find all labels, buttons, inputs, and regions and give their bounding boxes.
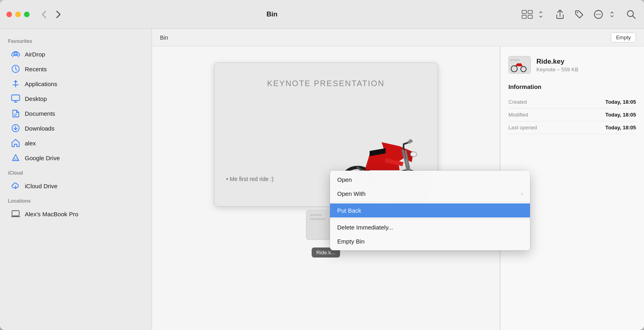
sidebar-item-applications[interactable]: Applications	[3, 76, 148, 91]
info-row-modified: Modified Today, 18:05	[508, 109, 636, 121]
documents-label: Documents	[25, 110, 55, 117]
menu-putback-label: Put Back	[337, 207, 361, 214]
sidebar-item-downloads[interactable]: Downloads	[3, 121, 148, 135]
svg-point-27	[410, 152, 417, 157]
file-info-text: Ride.key Keynote – 559 KB	[536, 58, 578, 72]
minimize-button[interactable]	[15, 12, 21, 17]
breadcrumb-bar: Bin Empty	[152, 29, 644, 46]
menu-item-open[interactable]: Open	[330, 173, 530, 187]
file-icon-thumbnail: KEYNOTE	[508, 56, 531, 74]
svg-point-8	[600, 14, 600, 14]
menu-open-label: Open	[337, 176, 352, 183]
icloud-icon	[11, 181, 20, 190]
googledrive-label: Google Drive	[25, 155, 60, 161]
close-button[interactable]	[6, 12, 12, 17]
view-switcher[interactable]	[521, 8, 547, 21]
svg-rect-3	[528, 15, 532, 18]
empty-button[interactable]: Empty	[611, 32, 636, 42]
main-panel: Bin Empty KEYNOTE PRESENTATION • Me firs…	[152, 29, 644, 330]
downloads-icon	[11, 124, 20, 133]
airdrop-icon	[11, 50, 20, 58]
macbook-icon	[11, 209, 20, 218]
file-name: Ride.key	[536, 58, 578, 66]
sidebar-item-desktop[interactable]: Desktop	[3, 91, 148, 106]
search-icon[interactable]	[625, 8, 638, 21]
open-with-arrow: ›	[521, 191, 523, 197]
documents-icon	[11, 109, 20, 118]
toolbar-actions	[521, 8, 638, 21]
keynote-header: KEYNOTE PRESENTATION	[214, 63, 438, 96]
svg-text:PRESENTATION: PRESENTATION	[310, 218, 325, 220]
svg-text:KEYNOTE: KEYNOTE	[510, 59, 520, 61]
icloud-label: iCloud Drive	[25, 183, 58, 189]
menu-item-putback[interactable]: Put Back	[330, 203, 530, 217]
svg-point-9	[628, 10, 634, 16]
created-value: Today, 18:05	[605, 99, 636, 105]
svg-point-4	[577, 12, 578, 13]
svg-point-7	[598, 14, 599, 14]
view-grid-icon[interactable]	[521, 8, 534, 21]
view-chevron-icon[interactable]	[534, 8, 547, 21]
svg-rect-14	[12, 95, 20, 101]
window-title: Bin	[23, 10, 521, 18]
menu-item-emptybin[interactable]: Empty Bin	[330, 234, 530, 248]
applications-label: Applications	[25, 80, 57, 87]
downloads-label: Downloads	[25, 125, 54, 132]
svg-rect-0	[522, 10, 526, 14]
sidebar: Favourites AirDrop	[0, 29, 152, 330]
desktop-label: Desktop	[25, 95, 47, 102]
svg-rect-2	[522, 15, 526, 18]
menu-item-openwith[interactable]: Open With ›	[330, 187, 530, 201]
lastopened-label: Last opened	[508, 125, 537, 131]
breadcrumb: Bin	[160, 34, 168, 41]
keynote-bullet: • Me first red ride :)	[226, 176, 274, 182]
lastopened-value: Today, 18:05	[605, 125, 636, 131]
airdrop-label: AirDrop	[25, 51, 45, 58]
menu-item-delete[interactable]: Delete Immediately...	[330, 220, 530, 234]
svg-text:KEYNOTE: KEYNOTE	[310, 214, 321, 216]
recents-label: Recents	[25, 66, 47, 72]
created-label: Created	[508, 99, 527, 105]
more-icon[interactable]	[592, 8, 605, 21]
finder-window: Bin	[0, 0, 644, 330]
locations-label: Locations	[0, 193, 152, 206]
more-options[interactable]	[592, 8, 618, 21]
home-icon	[11, 139, 20, 147]
tag-icon[interactable]	[573, 8, 586, 21]
icloud-label: iCloud	[0, 165, 152, 178]
keynote-title: KEYNOTE PRESENTATION	[226, 79, 426, 88]
modified-label: Modified	[508, 112, 528, 118]
sidebar-item-alex[interactable]: alex	[3, 136, 148, 150]
svg-point-10	[14, 52, 17, 56]
favourites-label: Favourites	[0, 34, 152, 46]
sidebar-item-macbook[interactable]: Alex's MacBook Pro	[3, 207, 148, 221]
sidebar-item-icloud[interactable]: iCloud Drive	[3, 179, 148, 193]
share-icon[interactable]	[554, 8, 566, 21]
desktop-icon	[11, 94, 20, 103]
context-menu: Open Open With › Put Back Delete Immedia	[330, 171, 530, 250]
info-section-title: Information	[508, 83, 636, 90]
sidebar-item-googledrive[interactable]: Google Drive	[3, 151, 148, 165]
sidebar-item-documents[interactable]: Documents	[3, 106, 148, 121]
modified-value: Today, 18:05	[605, 112, 636, 118]
more-chevron-icon[interactable]	[606, 8, 618, 21]
recents-icon	[11, 64, 20, 73]
file-grid: KEYNOTE PRESENTATION • Me first red ride…	[152, 46, 500, 330]
macbook-label: Alex's MacBook Pro	[25, 211, 78, 217]
menu-separator-1	[330, 202, 530, 202]
svg-rect-20	[12, 211, 19, 216]
menu-openwith-label: Open With	[337, 190, 366, 197]
svg-rect-1	[528, 10, 532, 14]
applications-icon	[11, 79, 20, 88]
sidebar-item-recents[interactable]: Recents	[3, 62, 148, 76]
file-meta: Keynote – 559 KB	[536, 66, 578, 72]
sidebar-item-airdrop[interactable]: AirDrop	[3, 47, 148, 61]
gdrive-icon	[11, 153, 20, 162]
svg-point-6	[596, 14, 597, 14]
menu-separator-2	[330, 219, 530, 219]
info-row-created: Created Today, 18:05	[508, 96, 636, 109]
menu-delete-label: Delete Immediately...	[337, 224, 393, 231]
main-content: Favourites AirDrop	[0, 29, 644, 330]
titlebar: Bin	[0, 0, 644, 29]
alex-label: alex	[25, 140, 36, 147]
